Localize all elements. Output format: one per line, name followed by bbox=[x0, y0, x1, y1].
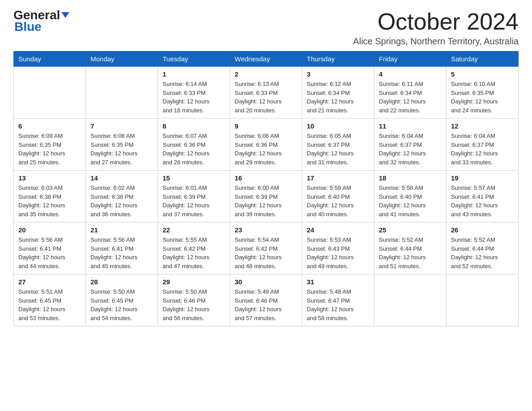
logo: General Blue bbox=[13, 9, 69, 34]
day-info: Sunrise: 6:00 AMSunset: 6:39 PMDaylight:… bbox=[235, 184, 297, 218]
day-number: 23 bbox=[235, 226, 297, 234]
day-number: 26 bbox=[451, 226, 514, 234]
calendar-cell: 16Sunrise: 6:00 AMSunset: 6:39 PMDayligh… bbox=[230, 171, 302, 223]
calendar-cell bbox=[86, 67, 158, 119]
calendar-cell: 18Sunrise: 5:58 AMSunset: 6:40 PMDayligh… bbox=[374, 171, 446, 223]
day-info: Sunrise: 6:11 AMSunset: 6:34 PMDaylight:… bbox=[379, 80, 442, 115]
day-info: Sunrise: 6:09 AMSunset: 6:35 PMDaylight:… bbox=[18, 132, 81, 167]
day-number: 11 bbox=[379, 122, 442, 130]
day-info: Sunrise: 5:55 AMSunset: 6:42 PMDaylight:… bbox=[163, 235, 225, 270]
day-info: Sunrise: 5:57 AMSunset: 6:41 PMDaylight:… bbox=[451, 184, 514, 218]
day-number: 30 bbox=[235, 278, 297, 286]
title-section: October 2024 Alice Springs, Northern Ter… bbox=[353, 9, 519, 47]
weekday-header-row: SundayMondayTuesdayWednesdayThursdayFrid… bbox=[14, 51, 519, 67]
day-info: Sunrise: 6:02 AMSunset: 6:38 PMDaylight:… bbox=[90, 184, 153, 218]
week-row-4: 20Sunrise: 5:56 AMSunset: 6:41 PMDayligh… bbox=[14, 223, 519, 274]
day-info: Sunrise: 5:53 AMSunset: 6:43 PMDaylight:… bbox=[307, 235, 369, 270]
calendar-cell: 10Sunrise: 6:05 AMSunset: 6:37 PMDayligh… bbox=[302, 119, 374, 171]
day-number: 28 bbox=[90, 278, 153, 286]
day-number: 13 bbox=[18, 174, 81, 182]
day-number: 9 bbox=[235, 122, 297, 130]
day-number: 2 bbox=[235, 70, 297, 78]
calendar-cell: 19Sunrise: 5:57 AMSunset: 6:41 PMDayligh… bbox=[446, 171, 519, 223]
calendar-cell: 27Sunrise: 5:51 AMSunset: 6:45 PMDayligh… bbox=[14, 274, 86, 326]
calendar-cell: 30Sunrise: 5:49 AMSunset: 6:46 PMDayligh… bbox=[230, 274, 302, 326]
calendar-cell: 20Sunrise: 5:56 AMSunset: 6:41 PMDayligh… bbox=[14, 223, 86, 274]
day-number: 24 bbox=[307, 226, 369, 234]
day-number: 25 bbox=[379, 226, 442, 234]
calendar-cell: 28Sunrise: 5:50 AMSunset: 6:45 PMDayligh… bbox=[86, 274, 158, 326]
calendar-cell: 21Sunrise: 5:56 AMSunset: 6:41 PMDayligh… bbox=[86, 223, 158, 274]
day-info: Sunrise: 6:05 AMSunset: 6:37 PMDaylight:… bbox=[307, 132, 369, 167]
week-row-1: 1Sunrise: 6:14 AMSunset: 6:33 PMDaylight… bbox=[14, 67, 519, 119]
calendar-cell: 13Sunrise: 6:03 AMSunset: 6:38 PMDayligh… bbox=[14, 171, 86, 223]
day-number: 1 bbox=[163, 70, 225, 78]
day-info: Sunrise: 6:07 AMSunset: 6:36 PMDaylight:… bbox=[163, 132, 225, 167]
day-number: 4 bbox=[379, 70, 442, 78]
calendar-cell: 6Sunrise: 6:09 AMSunset: 6:35 PMDaylight… bbox=[14, 119, 86, 171]
day-info: Sunrise: 5:56 AMSunset: 6:41 PMDaylight:… bbox=[18, 235, 81, 270]
location: Alice Springs, Northern Territory, Austr… bbox=[353, 36, 519, 47]
month-title: October 2024 bbox=[353, 9, 519, 34]
weekday-header-sunday: Sunday bbox=[14, 51, 86, 67]
day-number: 3 bbox=[307, 70, 369, 78]
day-number: 16 bbox=[235, 174, 297, 182]
logo-blue: Blue bbox=[13, 20, 42, 34]
day-info: Sunrise: 5:54 AMSunset: 6:42 PMDaylight:… bbox=[235, 235, 297, 270]
weekday-header-saturday: Saturday bbox=[446, 51, 519, 67]
day-info: Sunrise: 5:50 AMSunset: 6:45 PMDaylight:… bbox=[90, 287, 153, 322]
calendar-cell: 31Sunrise: 5:48 AMSunset: 6:47 PMDayligh… bbox=[302, 274, 374, 326]
day-info: Sunrise: 5:59 AMSunset: 6:40 PMDaylight:… bbox=[307, 184, 369, 218]
day-info: Sunrise: 6:12 AMSunset: 6:34 PMDaylight:… bbox=[307, 80, 369, 115]
weekday-header-thursday: Thursday bbox=[302, 51, 374, 67]
weekday-header-friday: Friday bbox=[374, 51, 446, 67]
calendar-cell: 24Sunrise: 5:53 AMSunset: 6:43 PMDayligh… bbox=[302, 223, 374, 274]
day-number: 29 bbox=[163, 278, 225, 286]
day-info: Sunrise: 6:01 AMSunset: 6:39 PMDaylight:… bbox=[163, 184, 225, 218]
calendar-cell: 26Sunrise: 5:52 AMSunset: 6:44 PMDayligh… bbox=[446, 223, 519, 274]
week-row-5: 27Sunrise: 5:51 AMSunset: 6:45 PMDayligh… bbox=[14, 274, 519, 326]
day-info: Sunrise: 6:08 AMSunset: 6:35 PMDaylight:… bbox=[90, 132, 153, 167]
day-number: 10 bbox=[307, 122, 369, 130]
calendar-cell: 2Sunrise: 6:13 AMSunset: 6:33 PMDaylight… bbox=[230, 67, 302, 119]
calendar-cell bbox=[14, 67, 86, 119]
calendar-cell: 3Sunrise: 6:12 AMSunset: 6:34 PMDaylight… bbox=[302, 67, 374, 119]
calendar-cell: 17Sunrise: 5:59 AMSunset: 6:40 PMDayligh… bbox=[302, 171, 374, 223]
calendar-cell: 4Sunrise: 6:11 AMSunset: 6:34 PMDaylight… bbox=[374, 67, 446, 119]
day-number: 7 bbox=[90, 122, 153, 130]
calendar: SundayMondayTuesdayWednesdayThursdayFrid… bbox=[13, 51, 519, 326]
calendar-cell: 1Sunrise: 6:14 AMSunset: 6:33 PMDaylight… bbox=[158, 67, 230, 119]
calendar-cell: 7Sunrise: 6:08 AMSunset: 6:35 PMDaylight… bbox=[86, 119, 158, 171]
calendar-cell bbox=[446, 274, 519, 326]
day-number: 18 bbox=[379, 174, 442, 182]
day-number: 19 bbox=[451, 174, 514, 182]
day-number: 15 bbox=[163, 174, 225, 182]
day-info: Sunrise: 6:04 AMSunset: 6:37 PMDaylight:… bbox=[379, 132, 442, 167]
day-number: 14 bbox=[90, 174, 153, 182]
calendar-cell: 9Sunrise: 6:06 AMSunset: 6:36 PMDaylight… bbox=[230, 119, 302, 171]
day-number: 12 bbox=[451, 122, 514, 130]
day-number: 27 bbox=[18, 278, 81, 286]
calendar-cell: 23Sunrise: 5:54 AMSunset: 6:42 PMDayligh… bbox=[230, 223, 302, 274]
day-info: Sunrise: 5:49 AMSunset: 6:46 PMDaylight:… bbox=[235, 287, 297, 322]
day-number: 17 bbox=[307, 174, 369, 182]
day-number: 8 bbox=[163, 122, 225, 130]
week-row-2: 6Sunrise: 6:09 AMSunset: 6:35 PMDaylight… bbox=[14, 119, 519, 171]
day-info: Sunrise: 6:06 AMSunset: 6:36 PMDaylight:… bbox=[235, 132, 297, 167]
page-header: General Blue October 2024 Alice Springs,… bbox=[13, 9, 519, 47]
weekday-header-tuesday: Tuesday bbox=[158, 51, 230, 67]
week-row-3: 13Sunrise: 6:03 AMSunset: 6:38 PMDayligh… bbox=[14, 171, 519, 223]
day-info: Sunrise: 5:56 AMSunset: 6:41 PMDaylight:… bbox=[90, 235, 153, 270]
calendar-cell: 22Sunrise: 5:55 AMSunset: 6:42 PMDayligh… bbox=[158, 223, 230, 274]
calendar-cell: 12Sunrise: 6:04 AMSunset: 6:37 PMDayligh… bbox=[446, 119, 519, 171]
day-info: Sunrise: 5:58 AMSunset: 6:40 PMDaylight:… bbox=[379, 184, 442, 218]
day-number: 22 bbox=[163, 226, 225, 234]
calendar-cell: 8Sunrise: 6:07 AMSunset: 6:36 PMDaylight… bbox=[158, 119, 230, 171]
weekday-header-wednesday: Wednesday bbox=[230, 51, 302, 67]
day-number: 31 bbox=[307, 278, 369, 286]
day-info: Sunrise: 5:52 AMSunset: 6:44 PMDaylight:… bbox=[379, 235, 442, 270]
weekday-header-monday: Monday bbox=[86, 51, 158, 67]
calendar-cell: 11Sunrise: 6:04 AMSunset: 6:37 PMDayligh… bbox=[374, 119, 446, 171]
calendar-cell: 25Sunrise: 5:52 AMSunset: 6:44 PMDayligh… bbox=[374, 223, 446, 274]
day-number: 21 bbox=[90, 226, 153, 234]
